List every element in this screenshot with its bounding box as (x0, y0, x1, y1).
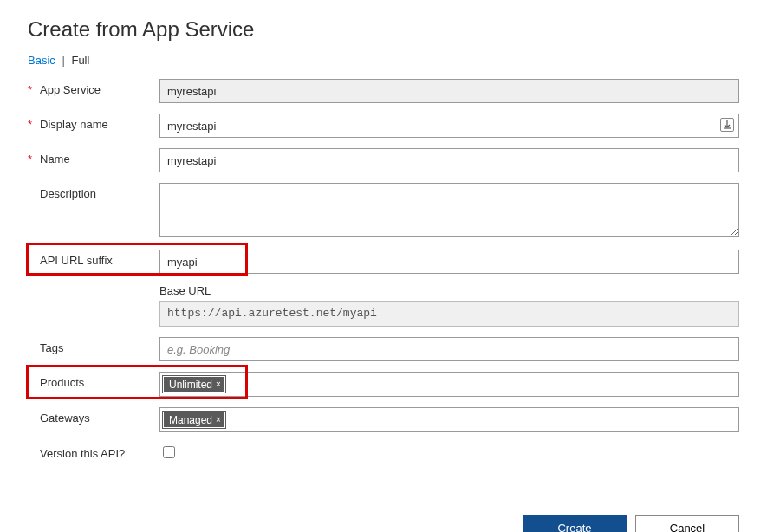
required-marker: * (28, 152, 35, 165)
tab-separator: | (62, 54, 64, 67)
tab-basic[interactable]: Basic (28, 54, 55, 67)
label-app-service: App Service (40, 83, 101, 96)
products-field[interactable]: Unlimited × (159, 372, 739, 397)
gateways-field[interactable]: Managed × (159, 407, 739, 432)
product-chip-unlimited[interactable]: Unlimited × (163, 376, 225, 393)
chip-remove-icon[interactable]: × (216, 380, 221, 389)
name-input[interactable] (159, 148, 739, 172)
base-url-value: https://api.azuretest.net/myapi (159, 301, 739, 327)
chip-label: Unlimited (169, 379, 212, 391)
label-products: Products (40, 376, 84, 389)
required-marker: * (28, 83, 35, 96)
cancel-button[interactable]: Cancel (635, 515, 739, 532)
version-this-api-checkbox[interactable] (163, 446, 175, 458)
tab-full[interactable]: Full (71, 54, 89, 67)
page-title: Create from App Service (28, 17, 739, 42)
api-url-suffix-input[interactable] (159, 250, 739, 274)
label-tags: Tags (40, 341, 63, 354)
display-name-input[interactable] (159, 114, 739, 138)
label-description: Description (40, 187, 96, 200)
label-base-url: Base URL (159, 284, 739, 297)
app-service-input[interactable] (159, 79, 739, 103)
description-input[interactable] (159, 183, 739, 237)
label-version-this-api: Version this API? (40, 447, 125, 460)
label-display-name: Display name (40, 118, 108, 131)
create-button[interactable]: Create (523, 515, 627, 532)
label-gateways: Gateways (40, 412, 90, 425)
chip-remove-icon[interactable]: × (216, 416, 221, 425)
tags-input[interactable] (159, 337, 739, 361)
mode-tabs: Basic | Full (28, 54, 739, 67)
label-name: Name (40, 152, 70, 165)
gateway-chip-managed[interactable]: Managed × (163, 412, 225, 428)
chip-label: Managed (169, 414, 212, 426)
label-api-url-suffix: API URL suffix (40, 254, 113, 267)
required-marker: * (28, 118, 35, 131)
